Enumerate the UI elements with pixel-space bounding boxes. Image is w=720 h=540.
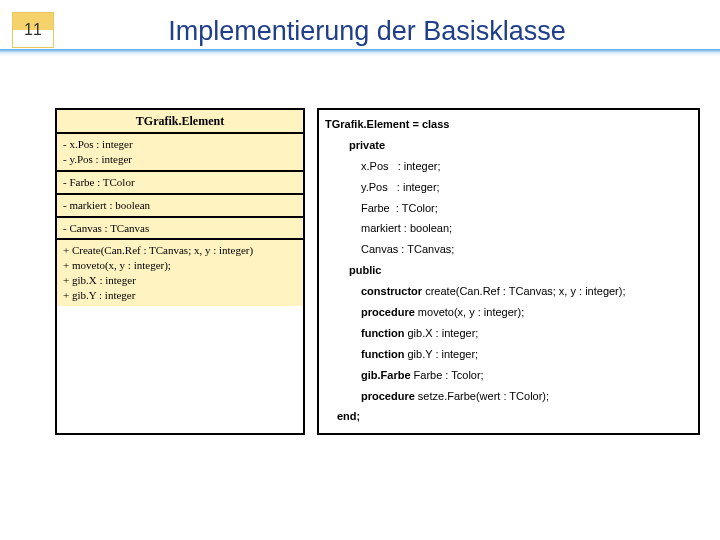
uml-section-1: - x.Pos : integer - y.Pos : integer <box>57 134 303 172</box>
code-line: x.Pos : integer; <box>325 156 692 177</box>
code-text: gib.Y : integer; <box>404 348 478 360</box>
uml-method: + Create(Can.Ref : TCanvas; x, y : integ… <box>63 243 297 258</box>
code-line: end; <box>325 406 692 427</box>
code-keyword: class <box>422 118 450 130</box>
code-line: constructor create(Can.Ref : TCanvas; x,… <box>325 281 692 302</box>
code-keyword: function <box>361 327 404 339</box>
uml-method: + gib.Y : integer <box>63 288 297 303</box>
page-number: 11 <box>24 21 42 39</box>
code-text: setze.Farbe(wert : TColor); <box>415 390 549 402</box>
uml-class-name: TGrafik.Element <box>57 110 303 134</box>
code-line: private <box>325 135 692 156</box>
code-text: create(Can.Ref : TCanvas; x, y : integer… <box>422 285 625 297</box>
uml-method: + gib.X : integer <box>63 273 297 288</box>
uml-class-box: TGrafik.Element - x.Pos : integer - y.Po… <box>55 108 305 435</box>
uml-section-5: + Create(Can.Ref : TCanvas; x, y : integ… <box>57 240 303 305</box>
code-text: moveto(x, y : integer); <box>415 306 524 318</box>
code-line: procedure setze.Farbe(wert : TColor); <box>325 386 692 407</box>
code-line: markiert : boolean; <box>325 218 692 239</box>
code-keyword: gib.Farbe <box>361 369 411 381</box>
uml-section-4: - Canvas : TCanvas <box>57 218 303 241</box>
code-line: Canvas : TCanvas; <box>325 239 692 260</box>
code-keyword: procedure <box>361 390 415 402</box>
code-keyword: private <box>349 139 385 151</box>
uml-attr: - markiert : boolean <box>63 198 297 213</box>
uml-attr: - Canvas : TCanvas <box>63 221 297 236</box>
slide-title: Implementierung der Basisklasse <box>54 10 720 47</box>
uml-attr: - x.Pos : integer <box>63 137 297 152</box>
code-keyword: procedure <box>361 306 415 318</box>
uml-section-3: - markiert : boolean <box>57 195 303 218</box>
code-keyword: constructor <box>361 285 422 297</box>
code-keyword: end; <box>337 410 360 422</box>
code-line: Farbe : TColor; <box>325 198 692 219</box>
code-box: TGrafik.Element = class private x.Pos : … <box>317 108 700 435</box>
code-line: y.Pos : integer; <box>325 177 692 198</box>
code-text: TGrafik.Element = <box>325 118 422 130</box>
slide-content: TGrafik.Element - x.Pos : integer - y.Po… <box>0 58 720 435</box>
code-line: function gib.X : integer; <box>325 323 692 344</box>
code-text: Farbe : Tcolor; <box>411 369 484 381</box>
code-line: procedure moveto(x, y : integer); <box>325 302 692 323</box>
code-line: public <box>325 260 692 281</box>
code-line: gib.Farbe Farbe : Tcolor; <box>325 365 692 386</box>
uml-attr: - Farbe : TColor <box>63 175 297 190</box>
uml-method: + moveto(x, y : integer); <box>63 258 297 273</box>
uml-section-2: - Farbe : TColor <box>57 172 303 195</box>
uml-attr: - y.Pos : integer <box>63 152 297 167</box>
code-keyword: function <box>361 348 404 360</box>
page-number-box: 11 <box>12 12 54 48</box>
code-line: TGrafik.Element = class <box>325 114 692 135</box>
code-text: gib.X : integer; <box>404 327 478 339</box>
slide-header: 11 Implementierung der Basisklasse <box>0 0 720 58</box>
code-keyword: public <box>349 264 381 276</box>
code-line: function gib.Y : integer; <box>325 344 692 365</box>
